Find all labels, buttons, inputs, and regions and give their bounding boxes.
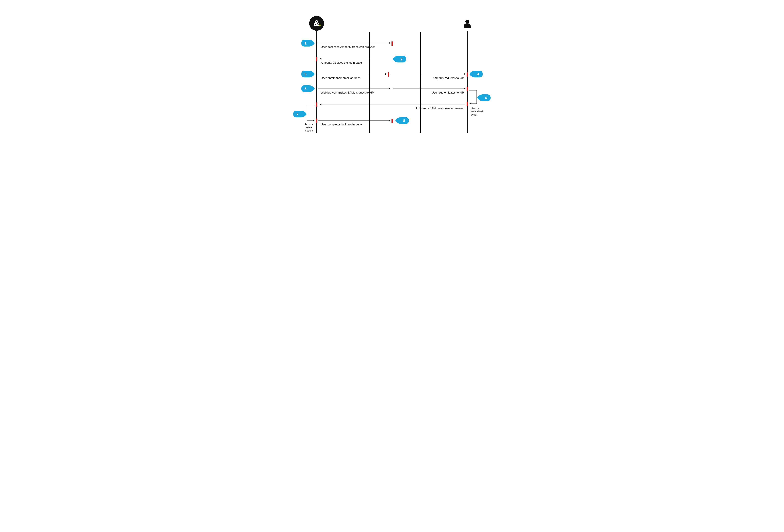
badge-1: 1 xyxy=(301,40,315,47)
badge-3: 3 xyxy=(301,71,315,77)
step-3-4: 3 4 User enters their email address Ampe… xyxy=(301,71,483,80)
step-6-label-3: by IdP xyxy=(471,113,478,116)
step-3-label: User enters their email address xyxy=(321,76,360,80)
badge-4: 4 xyxy=(469,71,483,77)
svg-text:6: 6 xyxy=(485,96,487,100)
step-2: 2 Amperity displays the login page xyxy=(316,56,406,64)
sequence-diagram: & 1 User accesses Amperity from web brow… xyxy=(281,0,503,151)
svg-rect-9 xyxy=(392,41,393,46)
svg-text:1: 1 xyxy=(305,41,307,45)
badge-2: 2 xyxy=(393,56,406,62)
badge-5: 5 xyxy=(301,85,315,92)
svg-rect-15 xyxy=(388,73,389,77)
step-7: 7 Access token created xyxy=(293,106,317,132)
step-1-label: User accesses Amperity from web browser xyxy=(321,45,375,49)
amperity-icon: & xyxy=(309,16,324,31)
badge-6: 6 xyxy=(477,94,491,101)
step-2-label: Amperity displays the login page xyxy=(321,61,362,64)
svg-text:3: 3 xyxy=(305,72,307,76)
step-8-label: User completes login to Amperity xyxy=(321,123,363,126)
step-6b-label: IdP sends SAML response to browser xyxy=(416,107,464,110)
svg-rect-12 xyxy=(316,57,317,61)
badge-8: 8 xyxy=(395,117,409,124)
svg-text:4: 4 xyxy=(477,72,479,76)
svg-rect-26 xyxy=(316,103,317,107)
svg-point-6 xyxy=(319,25,320,26)
step-7-label-1: Access xyxy=(305,123,313,125)
step-5: 5 Web browser makes SAML request to IdP … xyxy=(301,85,468,94)
step-7-label-3: created xyxy=(305,129,313,132)
step-8: 8 User completes login to Amperity xyxy=(318,117,409,126)
step-4-label: Amperity redirects to IdP xyxy=(432,76,464,80)
svg-text:5: 5 xyxy=(305,87,307,91)
svg-text:2: 2 xyxy=(400,57,402,61)
svg-rect-31 xyxy=(392,119,393,123)
step-6-label-1: User is xyxy=(471,107,479,110)
svg-text:7: 7 xyxy=(297,112,299,116)
step-1: 1 User accesses Amperity from web browse… xyxy=(301,40,393,49)
svg-rect-28 xyxy=(316,118,317,123)
svg-rect-24 xyxy=(467,102,468,106)
user-icon xyxy=(464,20,471,28)
svg-point-7 xyxy=(466,20,469,23)
step-7-label-2: token xyxy=(306,126,312,129)
step-5b-label: User authenticates to IdP xyxy=(432,91,464,94)
step-5-label: Web browser makes SAML request to IdP xyxy=(321,91,374,94)
svg-rect-17 xyxy=(467,73,468,77)
svg-text:8: 8 xyxy=(403,118,405,123)
svg-rect-22 xyxy=(467,87,468,91)
step-6-label-2: authorized xyxy=(471,110,483,113)
svg-text:&: & xyxy=(314,19,319,28)
badge-7: 7 xyxy=(293,111,307,117)
